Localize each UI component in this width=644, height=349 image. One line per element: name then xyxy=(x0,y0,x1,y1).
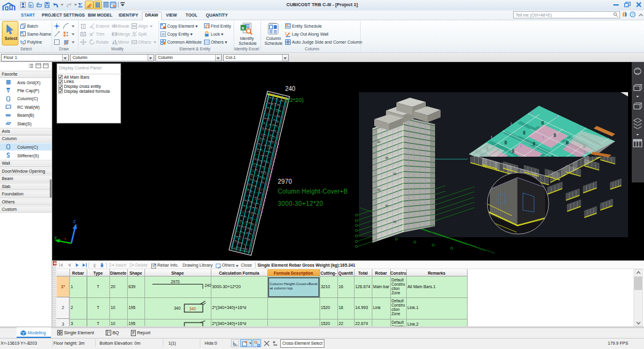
svg-text:340: 340 xyxy=(174,306,181,310)
svg-text:240: 240 xyxy=(205,283,211,288)
svg-text:?: ? xyxy=(632,12,634,17)
svg-text:340: 340 xyxy=(189,307,196,311)
svg-text:×: × xyxy=(64,237,66,241)
svg-text:X: X xyxy=(54,236,57,240)
svg-text:x: x xyxy=(242,25,245,31)
svg-text:2970: 2970 xyxy=(171,280,180,284)
svg-text:Z: Z xyxy=(73,219,76,224)
